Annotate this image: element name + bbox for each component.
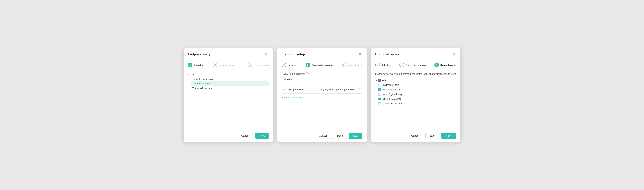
stepper-2: Selection 2 Parameter mapping 3 Dependen… — [277, 60, 367, 69]
dep-label-0: Iris.rmhdf5Table — [382, 83, 399, 86]
tree-item-trainiris[interactable]: TrainIrisModel.rmp — [191, 86, 269, 90]
dialog-2-title: Endpoint setup — [282, 53, 305, 56]
step-circle-3: 3 — [248, 63, 252, 67]
dep-item-0[interactable]: Iris.rmhdf5Table — [378, 83, 456, 87]
dialog-1: Endpoint setup ✕ 1 Selection 2 Parameter… — [184, 48, 273, 142]
add-binding-label: + Add macro binding — [282, 96, 303, 99]
dep-tree-arrow-icon: ▼ — [375, 79, 377, 81]
step-2-label-1: Selection — [288, 64, 297, 66]
folder-icon — [378, 79, 381, 82]
step-3-label-2: Parameter mapping — [406, 64, 426, 66]
dep-item-2[interactable]: NaiveBayesIris.rmp — [378, 92, 456, 97]
dialog-3-header: Endpoint setup ✕ — [371, 48, 460, 60]
finish-button[interactable]: Finish — [441, 133, 456, 139]
checkbox-4[interactable] — [378, 102, 381, 105]
dep-group-label: Iris — [382, 79, 386, 82]
dialog-2-footer: Cancel Back Next — [277, 130, 367, 142]
step-1-dependencies: 3 Dependencies — [248, 63, 269, 67]
close-button-1[interactable]: ✕ — [264, 52, 269, 57]
step-label-2: Parameter mapping — [219, 64, 239, 66]
dep-item-3[interactable]: ScoreIrisData.rmp — [378, 97, 456, 101]
step-circle-2: 2 — [213, 63, 217, 67]
tree-item-scoreiris[interactable]: ScoreIrisData.rmp — [191, 81, 269, 86]
dep-description: Please select every item from your proje… — [375, 72, 456, 76]
stepper-1: 1 Selection 2 Parameter mapping 3 Depend… — [184, 60, 273, 69]
connector-2-3 — [240, 65, 246, 65]
step-circle-3-3: 3 — [434, 63, 439, 67]
step-2-selection: Selection — [282, 63, 297, 67]
dep-tree-group[interactable]: ▼ Iris — [375, 78, 456, 83]
step-2-dependencies: 3 Dependencies — [342, 63, 362, 67]
target-col-label: Target (macro/operator parameter) — [320, 88, 358, 91]
dialog-1-body: ▼ Iris NaiveBayesIris.rmp ScoreIrisData.… — [184, 69, 273, 130]
next-button-2[interactable]: Next — [349, 133, 362, 139]
step-label-3: Dependencies — [254, 64, 269, 66]
dialog-3: Endpoint setup ✕ Selection Parameter map… — [371, 48, 460, 142]
step-circle-3-1 — [375, 63, 380, 67]
refresh-button[interactable]: ↻ — [358, 87, 362, 91]
dialog-2-header: Endpoint setup ✕ — [277, 48, 367, 60]
dialog-3-title: Endpoint setup — [375, 53, 399, 56]
cancel-button-3[interactable]: Cancel — [407, 133, 423, 139]
connector-2-23 — [335, 65, 340, 65]
back-button-2[interactable]: Back — [333, 133, 347, 139]
dep-tree-items: Iris.rmhdf5Table IrisModel.rmmodel Naive… — [378, 83, 456, 106]
dep-item-1[interactable]: IrisModel.rmmodel — [378, 87, 456, 92]
back-button-3[interactable]: Back — [426, 133, 439, 139]
step-2-label-3: Dependencies — [348, 64, 362, 66]
step-2-label-2: Parameter mapping — [312, 64, 333, 66]
dep-label-3: ScoreIrisData.rmp — [382, 98, 401, 100]
close-button-3[interactable]: ✕ — [451, 52, 456, 57]
param-table-header: URL query parameter Target (macro/operat… — [282, 86, 362, 93]
dep-label-1: IrisModel.rmmodel — [382, 88, 402, 91]
dialog-1-header: Endpoint setup ✕ — [184, 48, 273, 60]
tree-group-label: Iris — [191, 73, 195, 76]
dep-label-2: NaiveBayesIris.rmp — [382, 93, 403, 96]
connector-2-12 — [298, 65, 304, 65]
checkbox-3[interactable] — [378, 98, 381, 100]
dialog-3-footer: Cancel Back Finish — [371, 130, 460, 142]
tree-arrow-icon: ▼ — [188, 73, 190, 75]
tree-items-1: NaiveBayesIris.rmp ScoreIrisData.rmp Tra… — [191, 77, 269, 90]
dep-item-4[interactable]: TrainIrisModel.rmp — [378, 101, 456, 106]
checkbox-1[interactable] — [378, 88, 381, 91]
required-star: * — [282, 72, 282, 75]
info-icon[interactable]: i — [306, 72, 308, 75]
step-circle-2-1 — [282, 63, 286, 67]
step-circle-1: 1 — [188, 63, 192, 67]
dialog-3-body: Please select every item from your proje… — [371, 69, 460, 130]
step-3-dependencies: 3 Dependencies — [434, 63, 456, 67]
step-3-label-3: Dependencies — [440, 64, 456, 66]
url-col-label: URL query parameter — [282, 88, 320, 91]
step-label-1: Selection — [194, 64, 204, 66]
step-3-selection: Selection — [375, 63, 391, 67]
dialog-1-footer: Cancel Next — [184, 130, 273, 142]
step-3-label-1: Selection — [382, 64, 391, 66]
next-button-1[interactable]: Next — [255, 133, 269, 139]
checkbox-2[interactable] — [378, 93, 381, 96]
tree-group-iris-1[interactable]: ▼ Iris — [188, 72, 269, 76]
dialog-2-body: * Alias for the endpoint i URL query par… — [277, 69, 367, 130]
cancel-button-2[interactable]: Cancel — [315, 133, 331, 139]
close-button-2[interactable]: ✕ — [358, 52, 362, 57]
connector-3-12 — [392, 65, 398, 65]
step-1-mapping: 2 Parameter mapping — [213, 63, 239, 67]
step-circle-3-2 — [400, 63, 404, 67]
connector-3-23 — [427, 65, 433, 65]
dialog-1-title: Endpoint setup — [188, 53, 211, 56]
cancel-button-1[interactable]: Cancel — [237, 133, 253, 139]
dep-label-4: TrainIrisModel.rmp — [382, 102, 402, 105]
dialog-2: Endpoint setup ✕ Selection 2 Parameter m… — [277, 48, 367, 142]
step-circle-2-3: 3 — [342, 63, 346, 67]
add-binding-btn[interactable]: + Add macro binding — [282, 93, 362, 99]
step-1-selection: 1 Selection — [188, 63, 204, 67]
alias-field-label: * Alias for the endpoint i — [282, 72, 362, 75]
step-circle-2-2: 2 — [306, 63, 310, 67]
checkbox-0[interactable] — [378, 83, 381, 86]
step-2-mapping: 2 Parameter mapping — [306, 63, 333, 67]
step-3-mapping: Parameter mapping — [400, 63, 426, 67]
stepper-3: Selection Parameter mapping 3 Dependenci… — [371, 60, 460, 69]
dialogs-container: Endpoint setup ✕ 1 Selection 2 Parameter… — [184, 48, 460, 142]
tree-item-naivebayes[interactable]: NaiveBayesIris.rmp — [191, 77, 269, 81]
alias-input[interactable] — [282, 76, 362, 82]
